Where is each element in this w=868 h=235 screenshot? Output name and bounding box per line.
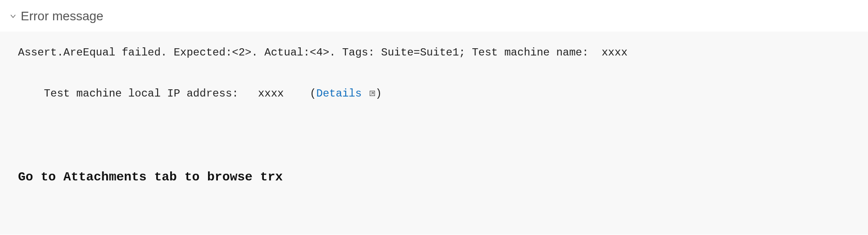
chevron-down-icon bbox=[9, 12, 17, 20]
error-line-2-suffix: ) bbox=[375, 88, 382, 100]
error-message-section-header[interactable]: Error message bbox=[0, 0, 868, 32]
error-line-2: Test machine local IP address: xxxx (Det… bbox=[18, 63, 850, 125]
error-message-body: Assert.AreEqual failed. Expected:<2>. Ac… bbox=[0, 32, 868, 235]
section-title: Error message bbox=[21, 9, 104, 23]
details-link-label: Details bbox=[316, 88, 362, 100]
error-line-1: Assert.AreEqual failed. Expected:<2>. Ac… bbox=[18, 42, 850, 63]
details-link[interactable]: Details bbox=[316, 88, 375, 100]
external-link-icon bbox=[369, 83, 375, 90]
svg-line-1 bbox=[371, 92, 373, 95]
attachments-note: Go to Attachments tab to browse trx bbox=[18, 165, 850, 189]
error-line-2-prefix: Test machine local IP address: xxxx ( bbox=[44, 88, 316, 100]
